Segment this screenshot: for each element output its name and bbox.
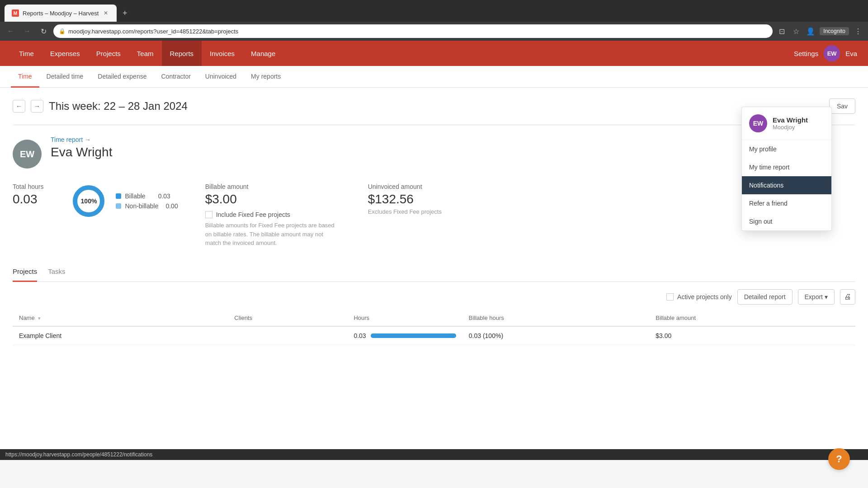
back-button[interactable]: ← bbox=[5, 25, 17, 38]
active-projects-filter: Active projects only bbox=[666, 293, 732, 300]
nav-item-projects[interactable]: Projects bbox=[88, 41, 129, 66]
nav-item-team[interactable]: Team bbox=[129, 41, 162, 66]
user-section: EW Time report → Eva Wright bbox=[13, 136, 855, 169]
print-button[interactable]: 🖨 bbox=[840, 289, 855, 305]
active-projects-checkbox[interactable] bbox=[666, 293, 674, 300]
breadcrumb-arrow: → bbox=[85, 136, 91, 143]
row-billable-amount: $3.00 bbox=[649, 326, 855, 345]
date-heading: This week: 22 – 28 Jan 2024 bbox=[49, 100, 824, 113]
breadcrumb: Time report → bbox=[51, 136, 855, 143]
dropdown-item-profile[interactable]: My profile bbox=[742, 140, 831, 158]
nav-item-invoices[interactable]: Invoices bbox=[202, 41, 243, 66]
cast-icon[interactable]: ⊡ bbox=[776, 26, 787, 37]
nav-item-manage[interactable]: Manage bbox=[243, 41, 283, 66]
address-bar[interactable]: 🔒 moodjoy.harvestapp.com/reports?user_id… bbox=[53, 24, 773, 38]
billable-hours-value: 0.03 bbox=[158, 192, 170, 200]
status-url: https://moodjoy.harvestapp.com/people/48… bbox=[5, 451, 152, 458]
dropdown-company: Moodjoy bbox=[773, 124, 808, 131]
non-billable-legend: Non-billable 0.00 bbox=[116, 202, 178, 210]
nav-item-reports[interactable]: Reports bbox=[162, 41, 202, 66]
sub-nav-contractor[interactable]: Contractor bbox=[154, 66, 198, 88]
active-projects-label: Active projects only bbox=[677, 293, 732, 300]
table-row: Example Client 0.03 0.03 (100%) $3.00 bbox=[13, 326, 855, 345]
fixed-fee-note: Billable amounts for Fixed Fee projects … bbox=[205, 221, 341, 248]
tab-bar: M Reports – Moodjoy – Harvest ✕ + bbox=[0, 0, 868, 22]
billable-dot bbox=[116, 193, 121, 199]
sort-icon: ▾ bbox=[38, 315, 41, 321]
tab-close-button[interactable]: ✕ bbox=[102, 9, 109, 17]
hours-bar-bg bbox=[371, 333, 456, 338]
user-avatar-large: EW bbox=[13, 140, 42, 169]
row-hours: 0.03 bbox=[347, 326, 462, 345]
navbar: Time Expenses Projects Team Reports Invo… bbox=[0, 41, 868, 66]
tab-title: Reports – Moodjoy – Harvest bbox=[23, 10, 99, 17]
prev-week-button[interactable]: ← bbox=[13, 100, 25, 113]
fixed-fee-row: Include Fixed Fee projects bbox=[205, 211, 341, 218]
user-avatar-nav[interactable]: EW bbox=[824, 45, 840, 61]
uninvoiced-value: $132.56 bbox=[368, 192, 442, 206]
chart-legend: Billable 0.03 Non-billable 0.00 bbox=[116, 192, 178, 210]
donut-chart: 100% bbox=[71, 183, 107, 219]
col-clients: Clients bbox=[228, 310, 347, 326]
sub-nav-detailed-time[interactable]: Detailed time bbox=[39, 66, 91, 88]
row-client bbox=[228, 326, 347, 345]
projects-section: Projects Tasks Active projects only Deta… bbox=[13, 262, 855, 345]
uninvoiced-label: Uninvoiced amount bbox=[368, 183, 442, 190]
col-hours: Hours bbox=[347, 310, 462, 326]
dropdown-item-sign-out[interactable]: Sign out bbox=[742, 212, 831, 230]
browser-tab[interactable]: M Reports – Moodjoy – Harvest ✕ bbox=[5, 5, 117, 22]
tab-tasks[interactable]: Tasks bbox=[48, 262, 65, 282]
new-tab-button[interactable]: + bbox=[118, 7, 131, 19]
donut-section: 100% Billable 0.03 Non-billable 0.00 bbox=[71, 183, 178, 219]
col-name[interactable]: Name ▾ bbox=[13, 310, 228, 326]
nav-item-time[interactable]: Time bbox=[11, 41, 42, 66]
row-billable-hours: 0.03 (100%) bbox=[462, 326, 649, 345]
sub-nav-uninvoiced[interactable]: Uninvoiced bbox=[198, 66, 244, 88]
nav-right: Settings EW Eva bbox=[794, 45, 857, 61]
billable-amount-section: Billable amount $3.00 Include Fixed Fee … bbox=[205, 183, 341, 248]
uninvoiced-section: Uninvoiced amount $132.56 Excludes Fixed… bbox=[368, 183, 442, 215]
sub-nav-time[interactable]: Time bbox=[11, 66, 39, 88]
user-name-nav[interactable]: Eva bbox=[845, 50, 857, 57]
table-toolbar: Active projects only Detailed report Exp… bbox=[13, 289, 855, 305]
user-dropdown-menu: EW Eva Wright Moodjoy My profile My time… bbox=[741, 107, 832, 231]
profile-icon[interactable]: 👤 bbox=[805, 26, 816, 37]
total-hours-label: Total hours bbox=[13, 183, 43, 190]
next-week-button[interactable]: → bbox=[31, 100, 43, 113]
breadcrumb-link[interactable]: Time report bbox=[51, 136, 83, 143]
reload-button[interactable]: ↻ bbox=[37, 25, 50, 38]
dropdown-item-refer[interactable]: Refer a friend bbox=[742, 194, 831, 212]
print-icon: 🖨 bbox=[844, 293, 851, 301]
tab-favicon: M bbox=[12, 9, 19, 17]
bookmark-star-icon[interactable]: ☆ bbox=[791, 26, 802, 37]
detailed-report-button[interactable]: Detailed report bbox=[737, 289, 793, 305]
billable-amount-value: $3.00 bbox=[205, 192, 341, 206]
col-billable-hours: Billable hours bbox=[462, 310, 649, 326]
menu-icon[interactable]: ⋮ bbox=[853, 26, 863, 37]
help-button[interactable]: ? bbox=[828, 448, 850, 470]
section-tabs: Projects Tasks bbox=[13, 262, 855, 282]
billable-legend: Billable 0.03 bbox=[116, 192, 178, 200]
fixed-fee-checkbox[interactable] bbox=[205, 211, 212, 218]
dropdown-header: EW Eva Wright Moodjoy bbox=[742, 107, 831, 140]
sub-nav-my-reports[interactable]: My reports bbox=[244, 66, 288, 88]
sub-nav-detailed-expense[interactable]: Detailed expense bbox=[90, 66, 154, 88]
hours-bar-fill bbox=[371, 333, 456, 338]
incognito-label[interactable]: Incognito bbox=[820, 27, 849, 35]
main-content: ← → This week: 22 – 28 Jan 2024 Sav EW T… bbox=[0, 88, 868, 449]
forward-button[interactable]: → bbox=[21, 25, 33, 38]
user-name-large: Eva Wright bbox=[51, 145, 855, 160]
export-button[interactable]: Export ▾ bbox=[798, 289, 835, 305]
nav-item-expenses[interactable]: Expenses bbox=[42, 41, 88, 66]
non-billable-hours-value: 0.00 bbox=[165, 202, 178, 210]
dropdown-triangle bbox=[793, 107, 801, 107]
total-hours-value: 0.03 bbox=[13, 192, 43, 206]
export-chevron-icon: ▾ bbox=[825, 293, 828, 300]
dropdown-item-time-report[interactable]: My time report bbox=[742, 158, 831, 176]
tab-projects[interactable]: Projects bbox=[13, 262, 37, 282]
dropdown-user-info: Eva Wright Moodjoy bbox=[773, 116, 808, 131]
browser-chrome: M Reports – Moodjoy – Harvest ✕ + ← → ↻ … bbox=[0, 0, 868, 41]
settings-link[interactable]: Settings bbox=[794, 50, 818, 57]
save-button[interactable]: Sav bbox=[829, 99, 855, 114]
dropdown-item-notifications[interactable]: Notifications bbox=[742, 176, 831, 194]
